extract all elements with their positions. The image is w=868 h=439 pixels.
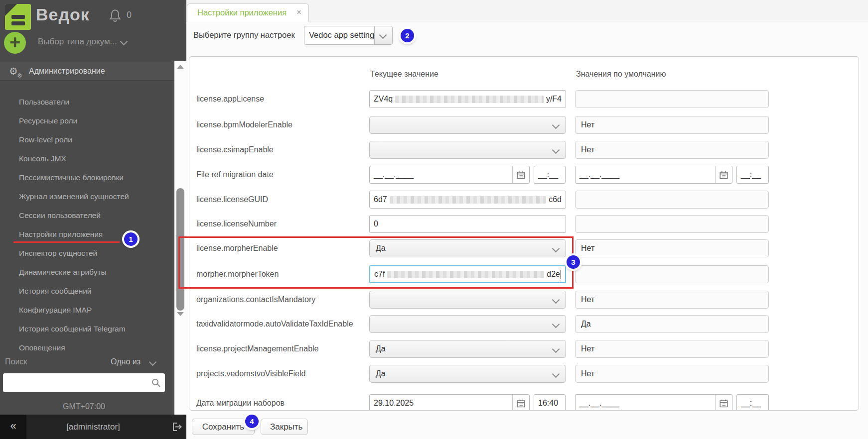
search-input[interactable] (3, 373, 165, 392)
notification-count: 0 (127, 10, 132, 20)
search-icon (151, 378, 161, 388)
setting-select[interactable] (369, 141, 566, 159)
current-user: [administrator] (26, 415, 160, 439)
setting-default-cell: Нет (575, 291, 769, 309)
default-value: Нет (581, 244, 594, 253)
settings-row: projects.vedomstvoVisibleFieldДаНет (189, 365, 859, 383)
chevron-down-icon[interactable] (149, 358, 157, 366)
tab-app-settings[interactable]: Настройки приложения × (187, 3, 309, 22)
value-start: ZV4q (374, 95, 393, 104)
logout-icon[interactable] (172, 422, 182, 434)
scroll-up-arrow-icon[interactable] (177, 65, 184, 69)
chevron-down-icon[interactable] (120, 38, 128, 46)
sidebar-item[interactable]: Инспектор сущностей (0, 244, 168, 263)
time-input[interactable]: __:__ (736, 394, 769, 411)
settings-row: organizations.contactIsMandatoryНет (189, 291, 859, 309)
new-document-row: Выбор типа докум... (0, 30, 168, 58)
sidebar-item-label: Ресурсные роли (19, 116, 77, 125)
calendar-icon[interactable] (715, 395, 732, 411)
date-value: __.__.____ (579, 399, 619, 408)
sidebar-item[interactable]: Row-level роли (0, 130, 168, 149)
sidebar-item[interactable]: Ресурсные роли (0, 111, 168, 130)
settings-row: license.licenseNumber0 (189, 215, 859, 233)
setting-text-input[interactable]: ZV4qy/F4 (369, 90, 566, 108)
doc-type-select[interactable]: Выбор типа докум... (38, 37, 117, 47)
date-input[interactable]: __.__.____ (575, 166, 732, 184)
sidebar-item-label: Оповещения (19, 343, 65, 352)
close-tab-icon[interactable]: × (296, 7, 301, 17)
sidebar-item[interactable]: Пессимистичные блокировки (0, 168, 168, 187)
default-value-box: Нет (575, 340, 769, 358)
sidebar-item[interactable]: История сообщений (0, 282, 168, 301)
logo-bar (11, 15, 25, 19)
close-button[interactable]: Закрыть (261, 419, 308, 435)
setting-text-input[interactable]: 6d7c6d (369, 191, 566, 209)
setting-label: license.morpherEnable (196, 239, 366, 257)
sidebar-item[interactable]: Сессии пользователей (0, 206, 168, 225)
tab-title: Настройки приложения (197, 8, 287, 17)
column-header-current: Текущее значение (370, 70, 438, 79)
calendar-icon[interactable] (715, 166, 732, 183)
calendar-icon[interactable] (512, 395, 529, 411)
setting-current-cell: Да (369, 239, 566, 257)
setting-select[interactable]: Да (369, 340, 566, 358)
setting-select[interactable] (369, 116, 566, 134)
time-value: 16:40 (538, 399, 558, 408)
settings-row: license.csimapEnableНет (189, 141, 859, 159)
settings-row: license.licenseGUID6d7c6d (189, 191, 859, 209)
combo-dropdown-button[interactable] (374, 26, 392, 44)
sidebar-item[interactable]: Журнал изменений сущностей (0, 187, 168, 206)
default-value-box: Да (575, 315, 769, 333)
search-mode-select[interactable]: Одно из (111, 357, 141, 366)
setting-label: morpher.morpherToken (196, 265, 366, 283)
default-value: Да (581, 320, 591, 329)
default-value-box: Нет (575, 239, 769, 257)
setting-current-cell: ZV4qy/F4 (369, 90, 566, 108)
sidebar-section-administration[interactable]: Администрирование (0, 62, 174, 81)
setting-label: organizations.contactIsMandatory (196, 291, 366, 309)
time-input[interactable]: __:__ (534, 166, 566, 184)
sidebar-menu: ПользователиРесурсные ролиRow-level роли… (0, 93, 168, 357)
settings-row: license.projectManagementEnableДаНет (189, 340, 859, 358)
setting-select[interactable]: Да (369, 239, 566, 257)
setting-current-cell: 6d7c6d (369, 191, 566, 209)
setting-select[interactable] (369, 315, 566, 333)
time-input[interactable]: 16:40 (534, 394, 566, 411)
sidebar-item[interactable]: Пользователи (0, 93, 168, 111)
settings-group-select[interactable]: Vedoc app setting (304, 26, 393, 45)
sidebar-item[interactable]: История сообщений Telegram (0, 320, 168, 338)
chevron-down-icon (552, 345, 560, 353)
date-input[interactable]: __.__.____ (575, 394, 732, 411)
date-input[interactable]: 29.10.2025 (369, 394, 530, 411)
setting-default-cell (575, 191, 769, 209)
time-input[interactable]: __:__ (736, 166, 769, 184)
setting-default-cell: Нет (575, 340, 769, 358)
setting-text-input[interactable]: c7fd2e (369, 265, 566, 283)
setting-default-cell: __.__.______:__ (575, 166, 769, 184)
default-value: Нет (581, 295, 594, 304)
sidebar-item[interactable]: Консоль JMX (0, 149, 168, 168)
sidebar-item[interactable]: Конфигурация IMAP (0, 301, 168, 320)
scroll-down-arrow-icon[interactable] (177, 312, 184, 316)
scrollbar-thumb[interactable] (176, 188, 184, 311)
column-header-default: Значения по умолчанию (576, 70, 666, 79)
setting-text-input[interactable]: 0 (369, 215, 566, 233)
time-value: __:__ (741, 399, 761, 408)
chevron-down-icon (552, 370, 560, 378)
create-document-button[interactable] (4, 32, 26, 54)
setting-select[interactable]: Да (369, 365, 566, 383)
date-input[interactable]: __.__.____ (369, 166, 530, 184)
setting-select[interactable] (369, 291, 566, 309)
collapse-sidebar-button[interactable]: « (0, 415, 26, 439)
group-selector-row: Выберите группу настроек Vedoc app setti… (186, 21, 868, 51)
notifications-bell-icon[interactable] (109, 8, 122, 24)
sidebar-item[interactable]: Динамические атрибуты (0, 263, 168, 282)
setting-default-cell (575, 90, 769, 108)
setting-current-cell (369, 141, 566, 159)
vedoc-logo-icon[interactable] (5, 4, 31, 30)
calendar-icon[interactable] (512, 166, 529, 183)
setting-default-cell: Нет (575, 116, 769, 134)
date-value: __.__.____ (374, 170, 414, 179)
setting-current-cell: Да (369, 340, 566, 358)
step-3-badge: 3 (567, 255, 580, 269)
